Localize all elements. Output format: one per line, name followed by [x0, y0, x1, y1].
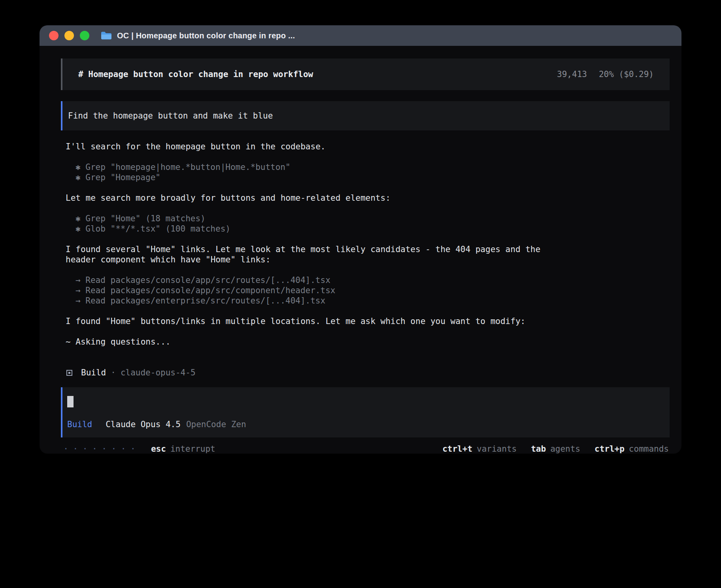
terminal-content: # Homepage button color change in repo w…: [40, 46, 681, 454]
agent-separator: ·: [111, 368, 116, 378]
tool-call-line: ✱ Grep "Homepage": [61, 172, 548, 183]
assistant-message: I'll search for the homepage button in t…: [61, 141, 548, 152]
session-title: # Homepage button color change in repo w…: [78, 69, 313, 79]
agent-mode-label[interactable]: Build: [67, 419, 92, 430]
agent-model: claude-opus-4-5: [121, 368, 196, 378]
assistant-message: ~ Asking questions...: [61, 337, 548, 347]
agent-name: Build: [81, 368, 106, 378]
tool-call-line: → Read packages/enterprise/src/routes/[.…: [61, 296, 548, 306]
prompt-input[interactable]: Build Claude Opus 4.5 OpenCode Zen: [61, 387, 670, 437]
status-bar-left: ········ escinterrupt: [63, 444, 215, 454]
model-provider: OpenCode Zen: [186, 419, 246, 430]
tool-call-line: ✱ Glob "**/*.tsx" (100 matches): [61, 224, 548, 234]
text-cursor: [67, 396, 74, 407]
terminal-window: OC | Homepage button color change in rep…: [40, 25, 681, 454]
window-controls: [49, 31, 89, 40]
window-title: OC | Homepage button color change in rep…: [117, 31, 295, 40]
tool-call-line: ✱ Grep "homepage|home.*button|Home.*butt…: [61, 162, 548, 172]
context-usage: 20% ($0.29): [599, 69, 654, 79]
conversation: I'll search for the homepage button in t…: [61, 141, 670, 357]
session-stats: 39,413 20% ($0.29): [557, 69, 654, 79]
minimize-button[interactable]: [64, 31, 74, 40]
tool-call-line: ✱ Grep "Home" (18 matches): [61, 213, 548, 224]
esc-shortcut: escinterrupt: [151, 444, 215, 454]
close-button[interactable]: [49, 31, 59, 40]
zoom-button[interactable]: [80, 31, 89, 40]
input-meta: Build Claude Opus 4.5 OpenCode Zen: [67, 419, 664, 430]
agent-icon: [66, 370, 72, 376]
footer-shortcut: ctrl+pcommands: [595, 444, 669, 454]
user-message: Find the homepage button and make it blu…: [61, 101, 670, 130]
assistant-message: I found "Home" buttons/links in multiple…: [61, 316, 548, 326]
esc-action: interrupt: [170, 444, 215, 454]
tool-call-line: → Read packages/console/app/src/componen…: [61, 285, 548, 296]
spacer: [61, 378, 670, 387]
window-titlebar[interactable]: OC | Homepage button color change in rep…: [40, 25, 681, 46]
folder-icon: [100, 31, 112, 40]
user-message-text: Find the homepage button and make it blu…: [68, 111, 273, 121]
assistant-message: I found several "Home" links. Let me loo…: [61, 244, 548, 265]
progress-dots: ········: [63, 444, 140, 454]
agent-status-line: Build · claude-opus-4-5: [61, 368, 670, 378]
session-header: # Homepage button color change in repo w…: [61, 58, 670, 90]
footer-shortcut: ctrl+tvariants: [442, 444, 517, 454]
footer-shortcuts: ctrl+tvariantstabagentsctrl+pcommands: [442, 444, 669, 454]
tool-call-line: → Read packages/console/app/src/routes/[…: [61, 275, 548, 285]
assistant-message: Let me search more broadly for buttons a…: [61, 193, 548, 203]
token-count: 39,413: [557, 69, 587, 79]
model-name[interactable]: Claude Opus 4.5: [106, 419, 181, 430]
esc-key: esc: [151, 444, 166, 454]
footer-shortcut: tabagents: [531, 444, 580, 454]
status-bar: ········ escinterrupt ctrl+tvariantstaba…: [61, 444, 670, 454]
